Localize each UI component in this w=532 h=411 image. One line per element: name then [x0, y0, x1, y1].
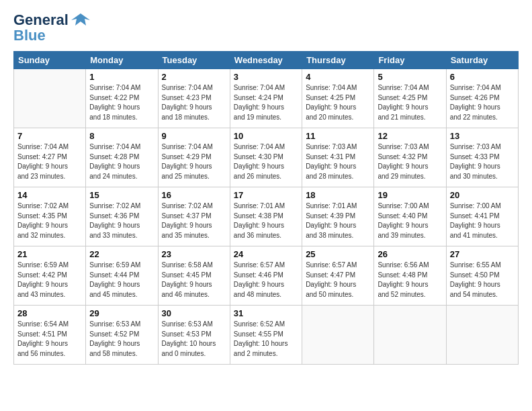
day-number: 16 [162, 190, 226, 200]
weekday-header-monday: Monday [86, 52, 158, 69]
day-info: Sunrise: 7:03 AM Sunset: 4:32 PM Dayligh… [378, 142, 442, 181]
day-number: 17 [234, 190, 298, 200]
day-info: Sunrise: 7:03 AM Sunset: 4:33 PM Dayligh… [450, 142, 515, 181]
day-number: 19 [378, 190, 442, 200]
calendar-cell: 5Sunrise: 7:04 AM Sunset: 4:25 PM Daylig… [374, 69, 446, 128]
day-info: Sunrise: 7:02 AM Sunset: 4:36 PM Dayligh… [89, 201, 154, 240]
calendar-cell: 16Sunrise: 7:02 AM Sunset: 4:37 PM Dayli… [158, 187, 230, 246]
weekday-header-row: SundayMondayTuesdayWednesdayThursdayFrid… [14, 52, 519, 69]
day-info: Sunrise: 7:02 AM Sunset: 4:35 PM Dayligh… [17, 201, 82, 240]
weekday-header-wednesday: Wednesday [230, 52, 302, 69]
day-number: 11 [306, 131, 370, 141]
day-info: Sunrise: 6:57 AM Sunset: 4:46 PM Dayligh… [234, 261, 298, 300]
day-info: Sunrise: 6:52 AM Sunset: 4:55 PM Dayligh… [234, 320, 298, 359]
calendar-cell: 11Sunrise: 7:03 AM Sunset: 4:31 PM Dayli… [302, 128, 374, 187]
day-info: Sunrise: 7:04 AM Sunset: 4:26 PM Dayligh… [450, 83, 515, 122]
page: General Blue SundayMondayTuesdayWednesda… [0, 0, 532, 411]
day-info: Sunrise: 6:56 AM Sunset: 4:48 PM Dayligh… [378, 261, 442, 300]
day-number: 21 [17, 249, 82, 259]
weekday-header-tuesday: Tuesday [158, 52, 230, 69]
calendar-cell: 19Sunrise: 7:00 AM Sunset: 4:40 PM Dayli… [374, 187, 446, 246]
calendar-cell [374, 306, 446, 365]
calendar-cell: 21Sunrise: 6:59 AM Sunset: 4:42 PM Dayli… [14, 246, 86, 306]
day-number: 22 [89, 249, 154, 259]
calendar-cell: 26Sunrise: 6:56 AM Sunset: 4:48 PM Dayli… [374, 246, 446, 306]
day-info: Sunrise: 7:04 AM Sunset: 4:25 PM Dayligh… [378, 83, 442, 122]
day-info: Sunrise: 6:55 AM Sunset: 4:50 PM Dayligh… [450, 261, 515, 300]
calendar-table: SundayMondayTuesdayWednesdayThursdayFrid… [13, 51, 519, 365]
day-number: 6 [450, 72, 515, 82]
week-row-4: 21Sunrise: 6:59 AM Sunset: 4:42 PM Dayli… [14, 246, 519, 306]
logo-blue: Blue [13, 27, 46, 44]
day-info: Sunrise: 6:54 AM Sunset: 4:51 PM Dayligh… [17, 320, 82, 359]
day-info: Sunrise: 7:01 AM Sunset: 4:39 PM Dayligh… [306, 201, 370, 240]
day-number: 26 [378, 249, 442, 259]
calendar-cell: 29Sunrise: 6:53 AM Sunset: 4:52 PM Dayli… [86, 306, 158, 365]
calendar-cell: 6Sunrise: 7:04 AM Sunset: 4:26 PM Daylig… [446, 69, 518, 128]
calendar-cell: 10Sunrise: 7:04 AM Sunset: 4:30 PM Dayli… [230, 128, 302, 187]
calendar-cell: 14Sunrise: 7:02 AM Sunset: 4:35 PM Dayli… [14, 187, 86, 246]
day-number: 10 [234, 131, 298, 141]
day-number: 29 [89, 308, 154, 318]
weekday-header-thursday: Thursday [302, 52, 374, 69]
day-info: Sunrise: 6:53 AM Sunset: 4:52 PM Dayligh… [89, 320, 154, 359]
calendar-cell: 2Sunrise: 7:04 AM Sunset: 4:23 PM Daylig… [158, 69, 230, 128]
day-info: Sunrise: 7:04 AM Sunset: 4:24 PM Dayligh… [234, 83, 298, 122]
day-info: Sunrise: 7:00 AM Sunset: 4:40 PM Dayligh… [378, 201, 442, 240]
calendar-cell: 23Sunrise: 6:58 AM Sunset: 4:45 PM Dayli… [158, 246, 230, 306]
calendar-cell [14, 69, 86, 128]
day-number: 9 [162, 131, 226, 141]
day-info: Sunrise: 7:04 AM Sunset: 4:27 PM Dayligh… [17, 142, 82, 181]
day-info: Sunrise: 7:02 AM Sunset: 4:37 PM Dayligh… [162, 201, 226, 240]
day-info: Sunrise: 6:59 AM Sunset: 4:44 PM Dayligh… [89, 261, 154, 300]
day-number: 2 [162, 72, 226, 82]
day-info: Sunrise: 7:00 AM Sunset: 4:41 PM Dayligh… [450, 201, 515, 240]
calendar-cell: 8Sunrise: 7:04 AM Sunset: 4:28 PM Daylig… [86, 128, 158, 187]
day-info: Sunrise: 6:58 AM Sunset: 4:45 PM Dayligh… [162, 261, 226, 300]
calendar-cell: 30Sunrise: 6:53 AM Sunset: 4:53 PM Dayli… [158, 306, 230, 365]
day-number: 1 [89, 72, 154, 82]
day-info: Sunrise: 7:04 AM Sunset: 4:29 PM Dayligh… [162, 142, 226, 181]
day-number: 12 [378, 131, 442, 141]
calendar-cell: 31Sunrise: 6:52 AM Sunset: 4:55 PM Dayli… [230, 306, 302, 365]
header: General Blue [13, 11, 519, 44]
weekday-header-friday: Friday [374, 52, 446, 69]
week-row-5: 28Sunrise: 6:54 AM Sunset: 4:51 PM Dayli… [14, 306, 519, 365]
day-number: 28 [17, 308, 82, 318]
calendar-cell: 27Sunrise: 6:55 AM Sunset: 4:50 PM Dayli… [446, 246, 518, 306]
calendar-cell: 15Sunrise: 7:02 AM Sunset: 4:36 PM Dayli… [86, 187, 158, 246]
calendar-cell: 9Sunrise: 7:04 AM Sunset: 4:29 PM Daylig… [158, 128, 230, 187]
week-row-2: 7Sunrise: 7:04 AM Sunset: 4:27 PM Daylig… [14, 128, 519, 187]
week-row-3: 14Sunrise: 7:02 AM Sunset: 4:35 PM Dayli… [14, 187, 519, 246]
calendar-cell: 20Sunrise: 7:00 AM Sunset: 4:41 PM Dayli… [446, 187, 518, 246]
calendar-cell: 1Sunrise: 7:04 AM Sunset: 4:22 PM Daylig… [86, 69, 158, 128]
day-number: 7 [17, 131, 82, 141]
day-number: 14 [17, 190, 82, 200]
weekday-header-saturday: Saturday [446, 52, 518, 69]
day-info: Sunrise: 6:59 AM Sunset: 4:42 PM Dayligh… [17, 261, 82, 300]
day-number: 23 [162, 249, 226, 259]
day-info: Sunrise: 7:01 AM Sunset: 4:38 PM Dayligh… [234, 201, 298, 240]
calendar-cell: 4Sunrise: 7:04 AM Sunset: 4:25 PM Daylig… [302, 69, 374, 128]
day-number: 27 [450, 249, 515, 259]
calendar-cell: 22Sunrise: 6:59 AM Sunset: 4:44 PM Dayli… [86, 246, 158, 306]
day-number: 30 [162, 308, 226, 318]
day-number: 24 [234, 249, 298, 259]
calendar-cell: 28Sunrise: 6:54 AM Sunset: 4:51 PM Dayli… [14, 306, 86, 365]
logo-bird-icon [71, 11, 90, 30]
day-number: 25 [306, 249, 370, 259]
weekday-header-sunday: Sunday [14, 52, 86, 69]
calendar-cell: 25Sunrise: 6:57 AM Sunset: 4:47 PM Dayli… [302, 246, 374, 306]
calendar-cell: 13Sunrise: 7:03 AM Sunset: 4:33 PM Dayli… [446, 128, 518, 187]
day-info: Sunrise: 7:04 AM Sunset: 4:30 PM Dayligh… [234, 142, 298, 181]
day-number: 31 [234, 308, 298, 318]
calendar-cell: 12Sunrise: 7:03 AM Sunset: 4:32 PM Dayli… [374, 128, 446, 187]
svg-marker-0 [71, 13, 90, 26]
calendar-cell [302, 306, 374, 365]
calendar-cell: 17Sunrise: 7:01 AM Sunset: 4:38 PM Dayli… [230, 187, 302, 246]
day-number: 4 [306, 72, 370, 82]
day-info: Sunrise: 7:04 AM Sunset: 4:22 PM Dayligh… [89, 83, 154, 122]
day-info: Sunrise: 6:57 AM Sunset: 4:47 PM Dayligh… [306, 261, 370, 300]
day-info: Sunrise: 7:04 AM Sunset: 4:23 PM Dayligh… [162, 83, 226, 122]
calendar-cell: 3Sunrise: 7:04 AM Sunset: 4:24 PM Daylig… [230, 69, 302, 128]
